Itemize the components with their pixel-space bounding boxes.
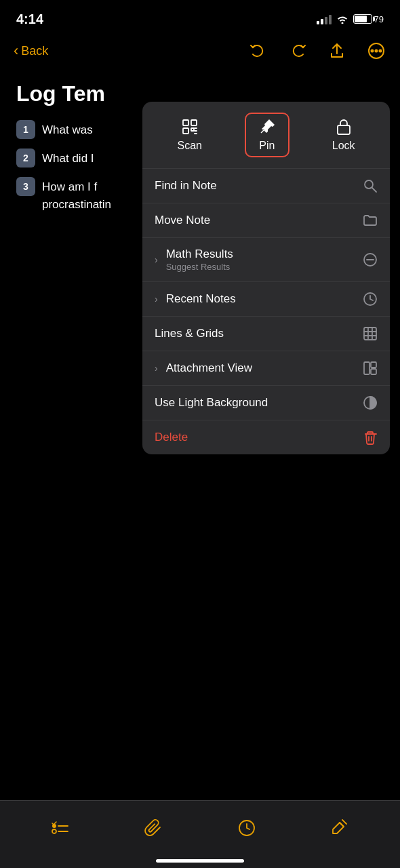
find-in-note-label: Find in Note xyxy=(155,179,217,193)
recent-notes-label: Recent Notes xyxy=(166,292,236,306)
svg-line-11 xyxy=(261,130,264,133)
svg-rect-24 xyxy=(371,362,376,368)
signal-icon xyxy=(317,14,332,24)
chevron-right-icon: › xyxy=(155,254,158,265)
lock-menu-item[interactable]: Lock xyxy=(319,113,369,157)
scan-menu-item[interactable]: Scan xyxy=(163,113,215,157)
svg-rect-18 xyxy=(364,328,376,340)
svg-point-13 xyxy=(365,180,373,189)
attachment-view-item[interactable]: › Attachment View xyxy=(142,351,390,386)
bottom-bar xyxy=(0,800,400,868)
svg-rect-4 xyxy=(183,120,188,125)
scan-icon xyxy=(181,118,199,136)
pin-icon xyxy=(258,118,276,136)
list-text-3: How am I fprocrastinatin xyxy=(42,177,111,213)
svg-rect-5 xyxy=(191,120,197,125)
folder-icon xyxy=(363,213,378,228)
svg-line-34 xyxy=(340,823,344,827)
menu-icons-row: Scan Pin Lock xyxy=(142,102,390,169)
back-label: Back xyxy=(21,44,48,58)
svg-rect-7 xyxy=(191,128,194,131)
wifi-icon xyxy=(336,14,348,24)
undo-button[interactable] xyxy=(248,41,268,61)
svg-rect-23 xyxy=(364,362,369,374)
svg-rect-12 xyxy=(338,125,350,134)
svg-rect-6 xyxy=(183,128,188,134)
lock-icon xyxy=(336,118,352,136)
back-chevron-icon: ‹ xyxy=(14,42,18,60)
checklist-button[interactable] xyxy=(45,813,75,843)
scan-label: Scan xyxy=(177,140,201,152)
status-time: 4:14 xyxy=(16,12,43,27)
grid-icon xyxy=(363,326,378,341)
attachment-view-label: Attachment View xyxy=(166,361,252,375)
attachment-view-icon xyxy=(363,361,378,376)
find-in-note-item[interactable]: Find in Note xyxy=(142,169,390,203)
lines-grids-label: Lines & Grids xyxy=(155,327,224,340)
status-icons: 79 xyxy=(317,14,384,24)
share-button[interactable] xyxy=(327,41,347,61)
trash-icon xyxy=(363,430,378,445)
chevron-right-icon: › xyxy=(155,363,158,374)
pin-menu-item[interactable]: Pin xyxy=(245,113,289,157)
svg-point-31 xyxy=(52,829,56,833)
use-light-background-item[interactable]: Use Light Background xyxy=(142,386,390,420)
move-note-item[interactable]: Move Note xyxy=(142,203,390,238)
math-results-item[interactable]: › Math Results Suggest Results xyxy=(142,238,390,282)
list-badge-3: 3 xyxy=(16,177,35,196)
delete-label: Delete xyxy=(155,431,188,444)
recent-notes-item[interactable]: › Recent Notes xyxy=(142,282,390,317)
list-text-2: What did I xyxy=(42,149,94,167)
minus-circle-icon xyxy=(363,252,378,267)
list-badge-2: 2 xyxy=(16,149,35,167)
svg-point-0 xyxy=(372,50,374,52)
pen-button[interactable] xyxy=(232,813,262,843)
list-text-1: What was xyxy=(42,120,93,139)
status-bar: 4:14 79 xyxy=(0,0,400,34)
context-menu: Scan Pin Lock Find in Note xyxy=(142,102,390,454)
svg-line-14 xyxy=(372,188,376,192)
svg-point-1 xyxy=(376,50,378,52)
move-note-label: Move Note xyxy=(155,214,210,227)
back-button[interactable]: ‹ Back xyxy=(14,42,48,60)
battery-indicator: 79 xyxy=(353,14,384,24)
search-icon xyxy=(363,178,378,193)
half-circle-icon xyxy=(363,395,378,410)
attachment-button[interactable] xyxy=(138,813,168,843)
home-indicator xyxy=(156,859,244,863)
redo-button[interactable] xyxy=(287,41,308,61)
use-light-bg-label: Use Light Background xyxy=(155,396,268,410)
math-results-label: Math Results xyxy=(166,248,233,261)
lines-grids-item[interactable]: Lines & Grids xyxy=(142,317,390,351)
list-badge-1: 1 xyxy=(16,120,35,139)
svg-line-35 xyxy=(342,820,346,824)
svg-rect-25 xyxy=(371,369,376,374)
svg-point-2 xyxy=(380,50,382,52)
more-button[interactable] xyxy=(366,41,386,61)
toolbar: ‹ Back xyxy=(0,34,400,68)
chevron-right-icon: › xyxy=(155,294,158,304)
pin-label: Pin xyxy=(259,140,275,152)
compose-button[interactable] xyxy=(325,813,355,843)
lock-label: Lock xyxy=(332,140,355,152)
math-results-subtext: Suggest Results xyxy=(166,262,233,272)
delete-item[interactable]: Delete xyxy=(142,420,390,454)
clock-icon xyxy=(363,292,378,307)
